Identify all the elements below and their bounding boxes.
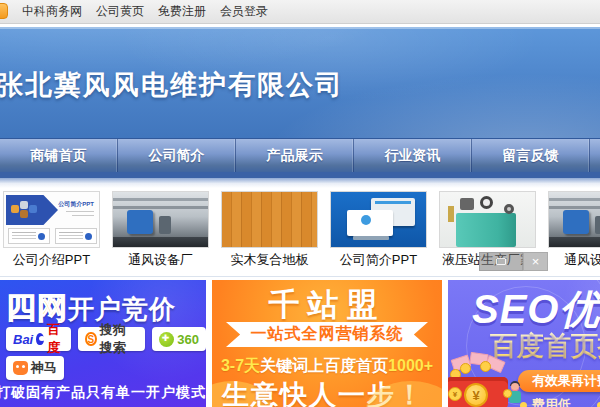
product-thumbnail [330,191,427,248]
qihoo360-icon [159,332,174,347]
ad-badge-icon [496,258,506,265]
site-logo-icon [0,3,8,19]
nav-tab-products[interactable]: 产品展示 [236,139,354,172]
shenma-icon [13,361,28,375]
gold-coin-icon: ¥ [464,383,488,407]
product-caption: 实木复合地板 [221,251,318,269]
product-thumbnail: 公司简介PPT [3,191,100,248]
ad-banner-row: 四网开户竞价 Bai 百度 S 搜狗搜索 360 [0,280,600,407]
ad2-title: 千站盟 [212,284,442,326]
qihoo360-logo: 360 [152,327,206,351]
ad2-ribbon: 一站式全网营销系统 [226,322,428,347]
ad3-pay-button[interactable]: 有效果再计费 [518,370,600,392]
product-thumbnail [548,191,600,248]
top-utility-bar: 中科商务网 公司黄页 免费注册 会员登录 [0,0,600,24]
product-thumbnail [112,191,209,248]
ad2-promo-line: 3-7天关键词上百度首页1000+ [212,356,442,377]
product-item-ppt-intro[interactable]: 公司简介PPT 公司介绍PPT [3,191,100,269]
product-item-hydraulic-station[interactable]: 液压站生产厂家 × [439,191,536,269]
section-divider [0,276,600,277]
link-zhongke-business[interactable]: 中科商务网 [22,3,82,20]
ad-banner-siwang-bidding[interactable]: 四网开户竞价 Bai 百度 S 搜狗搜索 360 [0,280,206,407]
nav-tab-company-profile[interactable]: 公司简介 [118,139,236,172]
product-item-ppt-profile[interactable]: 公司简介PPT [330,191,427,269]
ppt-slide-title: 公司简介PPT [58,200,94,209]
company-banner: 张北冀风风电维护有限公司 [0,27,600,138]
ad1-slogan: 打破固有产品只有单一开户模式 [0,384,206,402]
product-carousel: 公司简介PPT 公司介绍PPT 通风设备厂 实木复合地板 [0,191,600,269]
red-envelope-illustration: ¥ ¥ [448,355,508,407]
product-caption: 通风设备厂 [112,251,209,269]
nav-fade [0,178,600,188]
product-item-ventilation-2[interactable]: 通风设备厂 [548,191,600,269]
ppt-hex-dots [11,201,41,219]
nav-tab-shop-home[interactable]: 商铺首页 [0,139,118,172]
ad3-bullets: 费用低 排名稳 [520,396,600,407]
ad1-logo-row-2: 神马 [6,356,64,380]
ad-info-box [479,252,523,271]
company-name: 张北冀风风电维护有限公司 [0,67,344,103]
gold-coin-icon: ¥ [448,387,462,401]
product-thumbnail [221,191,318,248]
product-caption: 公司简介PPT [330,251,427,269]
ad1-logo-row-1: Bai 百度 S 搜狗搜索 360 [6,327,206,351]
baidu-logo: Bai 百度 [6,327,71,351]
ad-banner-seo[interactable]: SEO优化 百度首页排名 有效果再计费 费用低 排名稳 ¥ ¥ [448,280,600,407]
link-member-login[interactable]: 会员登录 [220,3,268,20]
nav-tab-feedback[interactable]: 留言反馈 [472,139,590,172]
sogou-s-icon: S [85,332,96,346]
nav-tab-industry-news[interactable]: 行业资讯 [354,139,472,172]
link-company-yellowpages[interactable]: 公司黄页 [96,3,144,20]
ad-banner-qianzhanmeng[interactable]: 千站盟 一站式全网营销系统 3-7天关键词上百度首页1000+ 生意快人一步！ [212,280,442,407]
baidu-paw-icon [36,333,44,345]
link-free-register[interactable]: 免费注册 [158,3,206,20]
ad1-title-rest: 开户竞价 [68,294,176,324]
ad2-slogan: 生意快人一步！ [222,377,425,407]
shenma-logo: 神马 [6,356,64,380]
product-item-wood-floor[interactable]: 实木复合地板 [221,191,318,269]
ad1-title-highlight: 四网 [6,291,68,324]
ad-close-widget: × [479,252,548,271]
sogou-logo: S 搜狗搜索 [78,327,145,351]
main-nav: 商铺首页 公司简介 产品展示 行业资讯 留言反馈 [0,138,600,172]
close-icon[interactable]: × [523,252,548,271]
product-caption: 通风设备厂 [548,251,600,269]
ad1-title: 四网开户竞价 [6,288,176,329]
storefront-page: 中科商务网 公司黄页 免费注册 会员登录 张北冀风风电维护有限公司 商铺首页 公… [0,0,600,407]
person-illustration [506,383,524,407]
product-caption: 公司介绍PPT [3,251,100,269]
product-item-ventilation-1[interactable]: 通风设备厂 [112,191,209,269]
product-thumbnail [439,191,536,248]
